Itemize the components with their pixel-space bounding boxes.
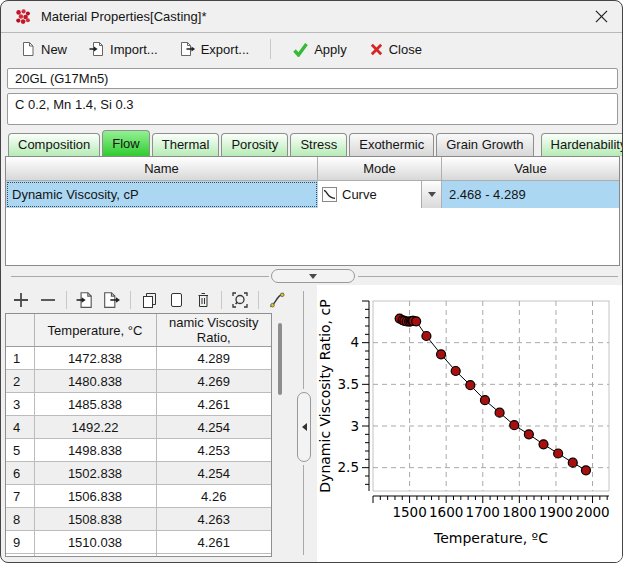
material-name-field[interactable]: 20GL (G17Mn5) bbox=[7, 68, 618, 89]
paste-button[interactable] bbox=[165, 289, 187, 311]
export-data-button[interactable] bbox=[101, 289, 123, 311]
row-number-cell[interactable]: 4 bbox=[6, 416, 34, 439]
data-cell[interactable]: 1472.838 bbox=[34, 347, 156, 370]
row-number-cell[interactable]: 8 bbox=[6, 508, 34, 531]
data-cell[interactable]: 1480.838 bbox=[34, 370, 156, 393]
data-cell[interactable]: 4.263 bbox=[156, 508, 271, 531]
header-mode: Mode bbox=[318, 157, 442, 180]
tab-stress[interactable]: Stress bbox=[290, 133, 347, 156]
export-button[interactable]: Export... bbox=[171, 37, 258, 61]
viscosity-column-header[interactable]: namic Viscosity Ratio, bbox=[156, 314, 271, 347]
import-button-label: Import... bbox=[110, 42, 158, 57]
close-button[interactable]: Close bbox=[360, 38, 431, 61]
x-tick-label: 1600 bbox=[429, 504, 463, 520]
data-cell[interactable]: 1485.838 bbox=[34, 393, 156, 416]
smooth-curve-button[interactable] bbox=[266, 289, 288, 311]
vertical-splitter-groove-top bbox=[303, 291, 304, 389]
data-point bbox=[568, 458, 577, 467]
table-row: 61502.8384.254 bbox=[6, 462, 271, 485]
close-icon bbox=[595, 10, 608, 23]
data-cell[interactable]: 4.253 bbox=[156, 439, 271, 462]
row-number-cell[interactable]: 3 bbox=[6, 393, 34, 416]
data-cell[interactable]: 4.269 bbox=[156, 370, 271, 393]
corner-header-cell bbox=[6, 314, 34, 347]
row-number-cell[interactable]: 2 bbox=[6, 370, 34, 393]
add-row-button[interactable] bbox=[10, 289, 32, 311]
horizontal-splitter-collapse-button[interactable] bbox=[271, 269, 355, 283]
tab-hardenability-cct[interactable]: Hardenability & CCT bbox=[541, 133, 623, 156]
property-row-dynamic-viscosity: Dynamic Viscosity, cP Curve 2.468 - 4.28… bbox=[6, 181, 619, 208]
temperature-column-header[interactable]: Temperature, °C bbox=[34, 314, 156, 347]
y-tick-label: 3.5 bbox=[338, 376, 359, 392]
row-number-cell[interactable]: 9 bbox=[6, 531, 34, 554]
app-icon bbox=[14, 8, 32, 26]
window-title: Material Properties[Casting]* bbox=[41, 9, 206, 24]
data-cell[interactable]: 4.254 bbox=[156, 462, 271, 485]
copy-button[interactable] bbox=[138, 289, 160, 311]
data-point bbox=[510, 421, 519, 430]
apply-button-label: Apply bbox=[314, 42, 347, 57]
data-cell[interactable] bbox=[6, 554, 34, 558]
data-cell[interactable] bbox=[34, 554, 156, 558]
row-number-cell[interactable]: 6 bbox=[6, 462, 34, 485]
table-row-partial bbox=[6, 554, 271, 558]
table-scrollbar[interactable] bbox=[278, 323, 282, 395]
chevron-down-icon bbox=[428, 192, 436, 197]
curve-mode-icon bbox=[322, 187, 337, 202]
property-name-cell[interactable]: Dynamic Viscosity, cP bbox=[6, 181, 318, 208]
title-bar: Material Properties[Casting]* bbox=[1, 1, 622, 33]
export-button-label: Export... bbox=[201, 42, 249, 57]
vertical-splitter-collapse-button[interactable] bbox=[297, 392, 311, 462]
tab-grain-growth[interactable]: Grain Growth bbox=[436, 133, 533, 156]
window-close-button[interactable] bbox=[580, 1, 622, 32]
data-cell[interactable]: 1492.22 bbox=[34, 416, 156, 439]
new-button-label: New bbox=[41, 42, 67, 57]
tab-flow[interactable]: Flow bbox=[102, 130, 149, 156]
data-cell[interactable]: 1510.038 bbox=[34, 531, 156, 554]
table-row: 81508.8384.263 bbox=[6, 508, 271, 531]
import-icon bbox=[89, 41, 105, 57]
data-point bbox=[524, 430, 533, 439]
apply-button[interactable]: Apply bbox=[283, 37, 356, 61]
data-cell[interactable]: 1502.838 bbox=[34, 462, 156, 485]
new-button[interactable]: New bbox=[11, 37, 76, 61]
property-table: Name Mode Value Dynamic Viscosity, cP Cu… bbox=[5, 156, 620, 266]
property-value-cell[interactable]: 2.468 - 4.289 bbox=[442, 181, 619, 208]
data-cell[interactable]: 4.261 bbox=[156, 531, 271, 554]
data-cell[interactable]: 4.261 bbox=[156, 393, 271, 416]
tab-composition[interactable]: Composition bbox=[8, 133, 100, 156]
mode-dropdown-button[interactable] bbox=[421, 181, 441, 208]
remove-row-button[interactable] bbox=[37, 289, 59, 311]
data-cell[interactable] bbox=[156, 554, 271, 558]
data-cell[interactable]: 1508.838 bbox=[34, 508, 156, 531]
y-axis-label: Dynamic Viscosity Ratio, cP bbox=[317, 299, 333, 492]
data-cell[interactable]: 4.254 bbox=[156, 416, 271, 439]
import-data-button[interactable] bbox=[74, 289, 96, 311]
tab-thermal[interactable]: Thermal bbox=[152, 133, 220, 156]
grid-toolbar-separator bbox=[258, 291, 259, 309]
y-tick-label: 2.5 bbox=[338, 459, 359, 475]
import-button[interactable]: Import... bbox=[80, 37, 167, 61]
data-cell[interactable]: 1506.838 bbox=[34, 485, 156, 508]
table-row: 21480.8384.269 bbox=[6, 370, 271, 393]
tab-porosity[interactable]: Porosity bbox=[221, 133, 288, 156]
tab-exothermic[interactable]: Exothermic bbox=[349, 133, 434, 156]
row-number-cell[interactable]: 7 bbox=[6, 485, 34, 508]
grid-toolbar-separator bbox=[221, 291, 222, 309]
zoom-fit-button[interactable] bbox=[229, 289, 251, 311]
composition-field[interactable]: C 0.2, Mn 1.4, Si 0.3 bbox=[7, 93, 618, 125]
delete-button[interactable] bbox=[192, 289, 214, 311]
data-point bbox=[422, 332, 431, 341]
mode-combobox[interactable]: Curve bbox=[318, 181, 442, 208]
data-cell[interactable]: 1498.838 bbox=[34, 439, 156, 462]
grid-toolbar-separator bbox=[130, 291, 131, 309]
row-number-cell[interactable]: 1 bbox=[6, 347, 34, 370]
data-cell[interactable]: 4.26 bbox=[156, 485, 271, 508]
data-point bbox=[437, 350, 446, 359]
data-cell[interactable]: 4.289 bbox=[156, 347, 271, 370]
x-tick-label: 2000 bbox=[575, 504, 609, 520]
table-row: 91510.0384.261 bbox=[6, 531, 271, 554]
data-point bbox=[554, 449, 563, 458]
row-number-cell[interactable]: 5 bbox=[6, 439, 34, 462]
mode-combobox-value: Curve bbox=[342, 187, 377, 202]
